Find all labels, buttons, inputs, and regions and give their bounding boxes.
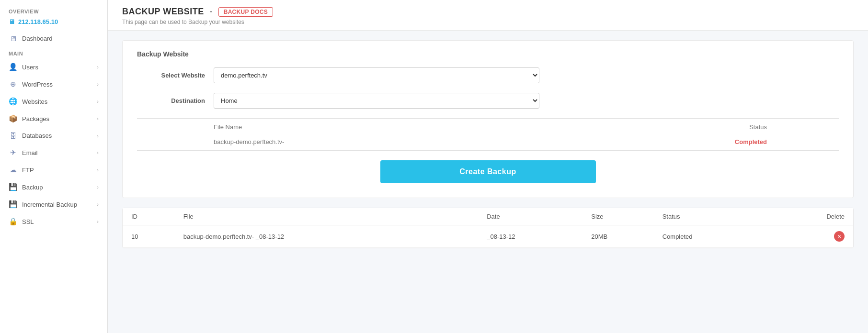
chevron-icon: › (97, 201, 99, 207)
create-backup-button[interactable]: Create Backup (380, 160, 596, 183)
destination-row: Destination Home Remote FTP Amazon S3 (137, 93, 839, 109)
chevron-icon: › (97, 184, 99, 190)
destination-label: Destination (137, 97, 214, 104)
chevron-icon: › (97, 64, 99, 70)
status-value: Completed (735, 138, 767, 145)
sidebar: OVERVIEW 🖥 212.118.65.10 🖥 Dashboard MAI… (0, 0, 108, 333)
col-delete: Delete (767, 208, 853, 225)
table-row: 10 backup-demo.perftech.tv- _08-13-12 _0… (123, 225, 853, 248)
col-status: Status (658, 208, 767, 225)
sidebar-item-label: WordPress (22, 81, 53, 88)
row-id: 10 (123, 225, 179, 248)
row-delete: × (767, 225, 853, 248)
file-status-row: backup-demo.perftech.tv- Completed (214, 134, 767, 150)
sidebar-item-label: Backup (22, 184, 43, 191)
row-status: Completed (658, 225, 767, 248)
chevron-icon: › (97, 133, 99, 139)
backups-table-card: ID File Date Size Status Delete 10 backu… (122, 208, 854, 248)
destination-dropdown[interactable]: Home Remote FTP Amazon S3 (214, 93, 539, 109)
databases-icon: 🗄 (9, 132, 17, 140)
select-website-row: Select Website demo.perftech.tv example.… (137, 67, 839, 83)
chevron-icon: › (97, 219, 99, 224)
sidebar-item-incremental-backup[interactable]: 💾 Incremental Backup › (0, 196, 107, 213)
sidebar-item-ftp[interactable]: ☁ FTP › (0, 161, 107, 178)
sidebar-item-wordpress[interactable]: ⊕ WordPress › (0, 76, 107, 93)
sidebar-item-label: Databases (22, 132, 52, 139)
dashboard-icon: 🖥 (9, 34, 17, 43)
sidebar-item-email[interactable]: ✈ Email › (0, 144, 107, 161)
col-file: File (179, 208, 482, 225)
file-name-header: File Name (214, 123, 242, 131)
sidebar-item-websites[interactable]: 🌐 Websites › (0, 93, 107, 110)
users-icon: 👤 (9, 63, 17, 71)
sidebar-ip: 🖥 212.118.65.10 (0, 16, 107, 30)
sidebar-item-label: Users (22, 64, 38, 71)
col-date: Date (482, 208, 586, 225)
status-header: Status (749, 123, 767, 131)
file-status-section: File Name Status backup-demo.perftech.tv… (137, 118, 839, 151)
chevron-icon: › (97, 81, 99, 87)
select-website-label: Select Website (137, 72, 214, 79)
wordpress-icon: ⊕ (9, 80, 17, 89)
sidebar-item-databases[interactable]: 🗄 Databases › (0, 127, 107, 144)
incremental-backup-icon: 💾 (9, 200, 17, 209)
sidebar-item-label: Incremental Backup (22, 201, 77, 208)
delete-button[interactable]: × (834, 231, 845, 242)
select-website-dropdown[interactable]: demo.perftech.tv example.com (214, 67, 539, 83)
sidebar-item-label: SSL (22, 218, 34, 225)
sidebar-item-dashboard[interactable]: 🖥 Dashboard (0, 30, 107, 47)
sidebar-item-label: Email (22, 149, 38, 156)
sidebar-item-ssl[interactable]: 🔒 SSL › (0, 213, 107, 230)
page-header: BACKUP WEBSITE - BACKUP DOCS This page c… (108, 0, 868, 31)
page-title: BACKUP WEBSITE (122, 7, 204, 17)
ftp-icon: ☁ (9, 166, 17, 174)
sidebar-overview-label: OVERVIEW (0, 5, 107, 16)
sidebar-item-users[interactable]: 👤 Users › (0, 58, 107, 76)
sidebar-item-packages[interactable]: 📦 Packages › (0, 110, 107, 127)
sidebar-item-label: FTP (22, 166, 34, 174)
packages-icon: 📦 (9, 114, 17, 123)
email-icon: ✈ (9, 148, 17, 157)
destination-control: Home Remote FTP Amazon S3 (214, 93, 539, 109)
row-file: backup-demo.perftech.tv- _08-13-12 (179, 225, 482, 248)
card-title: Backup Website (137, 50, 839, 58)
backup-icon: 💾 (9, 183, 17, 191)
chevron-icon: › (97, 116, 99, 122)
page-subtitle: This page can be used to Backup your web… (122, 19, 854, 25)
websites-icon: 🌐 (9, 97, 17, 106)
row-size: 20MB (586, 225, 657, 248)
file-status-header: File Name Status (214, 119, 767, 134)
main-content: BACKUP WEBSITE - BACKUP DOCS This page c… (108, 0, 868, 333)
sidebar-item-label: Packages (22, 115, 49, 122)
sidebar-item-label: Websites (22, 98, 47, 105)
row-date: _08-13-12 (482, 225, 586, 248)
title-separator: - (210, 7, 213, 17)
sidebar-main-label: MAIN (0, 47, 107, 58)
file-name-value: backup-demo.perftech.tv- (214, 138, 284, 145)
ssl-icon: 🔒 (9, 217, 17, 226)
backup-website-card: Backup Website Select Website demo.perft… (122, 40, 854, 198)
select-website-control: demo.perftech.tv example.com (214, 67, 539, 83)
chevron-icon: › (97, 150, 99, 155)
sidebar-item-backup[interactable]: 💾 Backup › (0, 178, 107, 196)
monitor-icon: 🖥 (9, 18, 15, 25)
sidebar-item-label: Dashboard (22, 35, 53, 42)
content-area: Backup Website Select Website demo.perft… (108, 31, 868, 267)
col-id: ID (123, 208, 179, 225)
table-header-row: ID File Date Size Status Delete (123, 208, 853, 225)
chevron-icon: › (97, 167, 99, 173)
backup-docs-button[interactable]: BACKUP DOCS (218, 7, 273, 17)
chevron-icon: › (97, 99, 99, 104)
backups-table: ID File Date Size Status Delete 10 backu… (123, 208, 853, 248)
col-size: Size (586, 208, 657, 225)
